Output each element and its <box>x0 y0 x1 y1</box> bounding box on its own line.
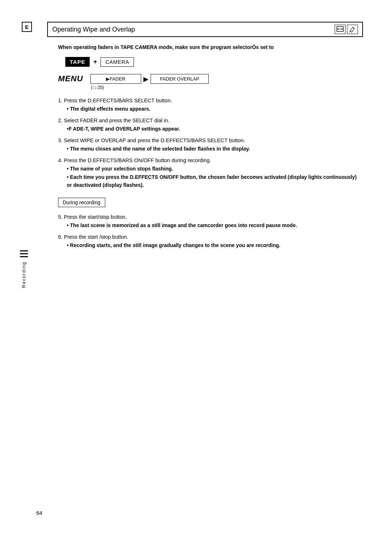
sidebar-line-1 <box>20 250 28 251</box>
menu-area: MENU ▶FADER ▶ FADER OVERLAP ( □ 20) <box>58 74 363 90</box>
svg-line-4 <box>353 27 354 29</box>
sidebar-line-3 <box>20 256 28 257</box>
step-2-main: 2. Select FADER and press the SELECT dia… <box>58 118 170 123</box>
tape-camera-line: TAPE + CAMERA <box>65 57 363 67</box>
step-2: 2. Select FADER and press the SELECT dia… <box>58 116 363 133</box>
sidebar-lines <box>20 250 28 257</box>
step-2-bullet: •F ADE-T, WIPE and OVERLAP settings appe… <box>67 125 363 133</box>
step-5-main: 5. Press the start/stop button. <box>58 214 127 220</box>
menu-diagram: ▶FADER ▶ FADER OVERLAP ( □ 20) <box>90 74 209 90</box>
step-4: 4. Press the D.EFFECTS/BARS ON/OFF butto… <box>58 156 363 189</box>
step-5-bullet: • The last scene is memorized as a still… <box>67 221 363 229</box>
step-1-main: 1. Press the D.EFFECTS/BARS SELECT butto… <box>58 98 172 103</box>
header-box: Operating Wipe and Overlap <box>47 22 363 37</box>
svg-line-5 <box>350 31 350 32</box>
steps-list-2: 5. Press the start/stop button. • The la… <box>58 213 363 249</box>
step-6-bullet: • Recording starts, and the still image … <box>67 241 363 249</box>
during-recording-box: During recording <box>58 198 105 207</box>
menu-page-ref: ( □ 20) <box>91 85 104 90</box>
step-6-main: 6. Press the start /stop button. <box>58 234 128 240</box>
plus-sign: + <box>93 58 97 66</box>
step-3: 3. Select WIPE or OVERLAP and press the … <box>58 136 363 153</box>
header-title: Operating Wipe and Overlap <box>52 26 135 33</box>
steps-list: 1. Press the D.EFFECTS/BARS SELECT butto… <box>58 96 363 189</box>
step-1: 1. Press the D.EFFECTS/BARS SELECT butto… <box>58 96 363 113</box>
svg-point-2 <box>341 28 343 30</box>
e-label: E <box>22 22 32 32</box>
sidebar-text: Recording <box>21 262 26 288</box>
intro-text: When operating faders in TAPE CAMERA mod… <box>58 44 363 51</box>
menu-step2: FADER OVERLAP <box>151 74 209 84</box>
step-5: 5. Press the start/stop button. • The la… <box>58 213 363 229</box>
menu-arrow: ▶ <box>141 75 151 83</box>
svg-point-1 <box>338 28 339 30</box>
menu-step1: ▶FADER <box>90 74 141 84</box>
step-4-bullet2: • Each time you press the D.EFFECTS ON/O… <box>67 173 363 189</box>
camera-label: CAMERA <box>101 57 134 67</box>
menu-label: MENU <box>58 74 83 83</box>
step-3-main: 3. Select WIPE or OVERLAP and press the … <box>58 137 245 143</box>
step-6: 6. Press the start /stop button. • Recor… <box>58 233 363 249</box>
step-4-main: 4. Press the D.EFFECTS/BARS ON/OFF butto… <box>58 157 211 163</box>
tape-icon <box>335 25 346 34</box>
step-1-bullet: • The digital effects menu appears. <box>67 105 363 113</box>
step-4-bullet1: • The name of your selection stops flash… <box>67 165 363 173</box>
tape-label: TAPE <box>65 57 90 67</box>
step-3-bullet: • The menu closes and the name of the se… <box>67 145 363 153</box>
pencil-icon <box>347 25 358 34</box>
sidebar-line-2 <box>20 253 28 254</box>
during-recording-label: During recording <box>63 200 101 205</box>
recording-sidebar: Recording <box>20 250 28 288</box>
page-number: 64 <box>36 510 42 516</box>
header-icons <box>335 25 358 34</box>
